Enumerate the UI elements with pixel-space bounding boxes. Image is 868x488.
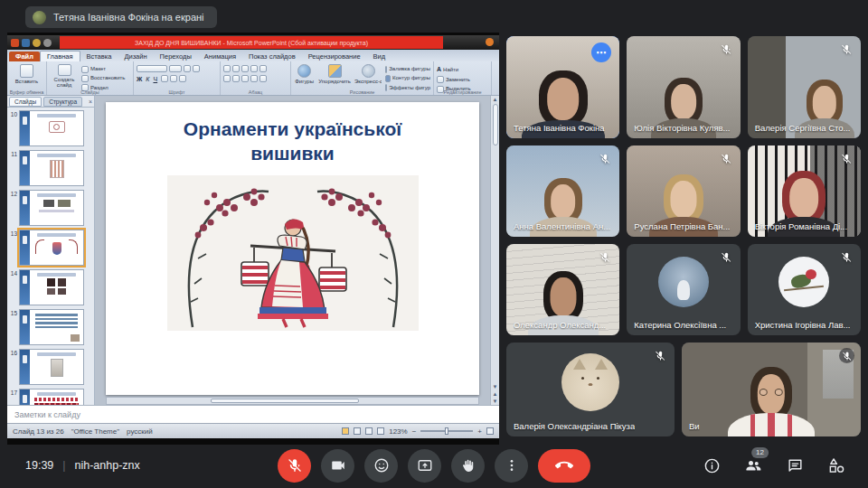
character-spacing-icon[interactable] xyxy=(170,75,177,82)
reset-button[interactable]: Восстановить xyxy=(81,74,125,82)
zoom-slider[interactable] xyxy=(420,430,473,432)
shape-outline-button[interactable]: Контур фигуры xyxy=(385,74,430,82)
tab-review[interactable]: Рецензирование xyxy=(302,52,367,61)
present-button[interactable] xyxy=(408,449,441,483)
panel-tab-slides[interactable]: Слайды xyxy=(9,97,42,107)
replace-button[interactable]: Заменить xyxy=(437,76,488,84)
horizontal-scrollbar[interactable] xyxy=(106,397,479,405)
participant-tile-tetyana[interactable]: ⋯ Тетяна Іванівна Фокіна xyxy=(506,36,619,138)
participants-button[interactable]: 12 xyxy=(743,455,763,475)
participant-tile-valeriya-s[interactable]: Валерія Сергіївна Сто... xyxy=(748,36,861,138)
line-spacing-icon[interactable] xyxy=(259,65,267,72)
participant-tile-katerina[interactable]: Катерина Олексіївна ... xyxy=(627,244,740,335)
shape-outline-icon xyxy=(385,75,391,82)
activities-button[interactable] xyxy=(826,455,846,475)
slide-thumbnail[interactable]: 12 xyxy=(9,190,90,226)
columns-icon[interactable] xyxy=(259,75,267,82)
underline-button[interactable]: Ч xyxy=(153,76,157,82)
tab-design[interactable]: Дизайн xyxy=(118,52,153,61)
slide-thumbnail[interactable]: 10 xyxy=(9,110,90,146)
ribbon: Вставить Буфер обмена Создать слайд Маке… xyxy=(7,61,499,96)
bold-button[interactable]: Ж xyxy=(137,76,142,82)
participant-avatar xyxy=(561,353,619,411)
zoom-out-icon[interactable]: − xyxy=(412,427,417,436)
slide-thumbnail[interactable]: 14 xyxy=(9,269,90,305)
font-name-dropdown[interactable] xyxy=(137,65,167,72)
shapes-button[interactable]: Фигуры xyxy=(294,63,315,88)
zoom-in-icon[interactable]: + xyxy=(477,427,482,436)
align-right-icon[interactable] xyxy=(241,75,249,82)
scroll-down-icon[interactable]: ▼ xyxy=(493,384,498,389)
meeting-details-button[interactable] xyxy=(702,455,722,475)
slide-sorter-view-icon[interactable] xyxy=(354,427,361,435)
reactions-button[interactable] xyxy=(364,449,398,483)
paste-button[interactable]: Вставить xyxy=(10,63,43,84)
vertical-scrollbar[interactable]: ▲ ▼ ▲ ▼ xyxy=(490,96,499,405)
slide-thumbnail[interactable]: 17 xyxy=(9,389,90,405)
redo-icon[interactable] xyxy=(43,39,52,47)
next-slide-icon[interactable]: ▼ xyxy=(493,399,498,404)
fit-to-window-icon[interactable] xyxy=(486,427,494,435)
participant-tile-viktoriya[interactable]: Вікторія Романівна Ді... xyxy=(748,145,861,237)
indent-decrease-icon[interactable] xyxy=(241,65,249,72)
new-slide-button[interactable]: Создать слайд xyxy=(50,63,79,88)
participant-tile-anna[interactable]: Анна Валентинівна Ан... xyxy=(506,145,619,237)
indent-increase-icon[interactable] xyxy=(250,65,258,72)
shape-fill-button[interactable]: Заливка фигуры xyxy=(385,65,430,73)
previous-slide-icon[interactable]: ▲ xyxy=(493,391,498,397)
grow-font-icon[interactable] xyxy=(184,65,191,72)
slide-thumbnail[interactable]: 16 xyxy=(9,349,90,385)
align-left-icon[interactable] xyxy=(223,75,231,82)
window-control-icon[interactable] xyxy=(486,38,494,46)
tab-view[interactable]: Вид xyxy=(367,52,392,61)
shrink-font-icon[interactable] xyxy=(193,65,200,72)
reading-view-icon[interactable] xyxy=(365,427,373,435)
font-size-dropdown[interactable] xyxy=(169,65,182,72)
quick-styles-button[interactable]: Экспресс-стили xyxy=(354,63,382,88)
undo-icon[interactable] xyxy=(33,39,41,47)
leave-call-button[interactable] xyxy=(538,449,590,483)
participant-tile-yuliya[interactable]: Юлія Вікторівна Куляв... xyxy=(627,36,740,138)
normal-view-icon[interactable] xyxy=(342,427,349,435)
microphone-button-muted[interactable] xyxy=(278,449,311,483)
raise-hand-button[interactable] xyxy=(451,449,485,483)
panel-tab-outline[interactable]: Структура xyxy=(43,97,82,107)
participant-tile-oleksandr[interactable]: Олександр Олександ... xyxy=(506,244,619,335)
slide-thumbnail[interactable]: 15 xyxy=(9,309,90,345)
chat-button[interactable] xyxy=(785,455,805,475)
bullets-icon[interactable] xyxy=(223,65,231,72)
tab-home[interactable]: Главная xyxy=(40,51,80,61)
notes-pane[interactable]: Заметки к слайду xyxy=(7,405,499,423)
font-color-icon[interactable] xyxy=(179,75,186,82)
tab-insert[interactable]: Вставка xyxy=(80,52,118,61)
participant-name: Олександр Олександ... xyxy=(514,320,606,330)
align-center-icon[interactable] xyxy=(232,75,240,82)
participant-tile-you[interactable]: Ви xyxy=(682,343,861,436)
arrange-button[interactable]: Упорядочить xyxy=(318,63,351,88)
more-options-button[interactable] xyxy=(495,449,528,483)
current-slide[interactable]: Орнаменти української вишивки xyxy=(106,102,479,395)
tab-transitions[interactable]: Переходы xyxy=(154,52,198,61)
panel-close-icon[interactable]: × xyxy=(89,99,92,105)
participant-tile-khrystyna[interactable]: Христина Ігорівна Лав... xyxy=(748,244,861,335)
participant-tile-ruslana[interactable]: Руслана Петрівна Бан... xyxy=(627,145,740,237)
slideshow-view-icon[interactable] xyxy=(377,427,384,435)
paste-icon xyxy=(20,64,33,78)
quick-access-toolbar[interactable] xyxy=(7,39,52,47)
tab-animations[interactable]: Анимация xyxy=(198,52,242,61)
justify-icon[interactable] xyxy=(250,75,258,82)
italic-button[interactable]: К xyxy=(146,76,149,82)
layout-button[interactable]: Макет xyxy=(81,65,125,73)
slide-thumbnail-selected[interactable]: 13 xyxy=(9,230,90,266)
find-button[interactable]: AНайти xyxy=(437,65,488,75)
numbering-icon[interactable] xyxy=(232,65,240,72)
tab-slideshow[interactable]: Показ слайдов xyxy=(242,52,302,61)
slide-thumbnail[interactable]: 11 xyxy=(9,150,90,186)
text-shadow-icon[interactable] xyxy=(161,75,168,82)
save-icon[interactable] xyxy=(22,39,30,47)
camera-button[interactable] xyxy=(321,449,354,483)
scrollbar-thumb[interactable] xyxy=(493,104,498,145)
scroll-up-icon[interactable]: ▲ xyxy=(493,97,498,102)
tab-file[interactable]: Файл xyxy=(9,52,40,61)
participant-tile-valeriya-p[interactable]: Валерія Олександріана Пікуза xyxy=(506,343,675,436)
